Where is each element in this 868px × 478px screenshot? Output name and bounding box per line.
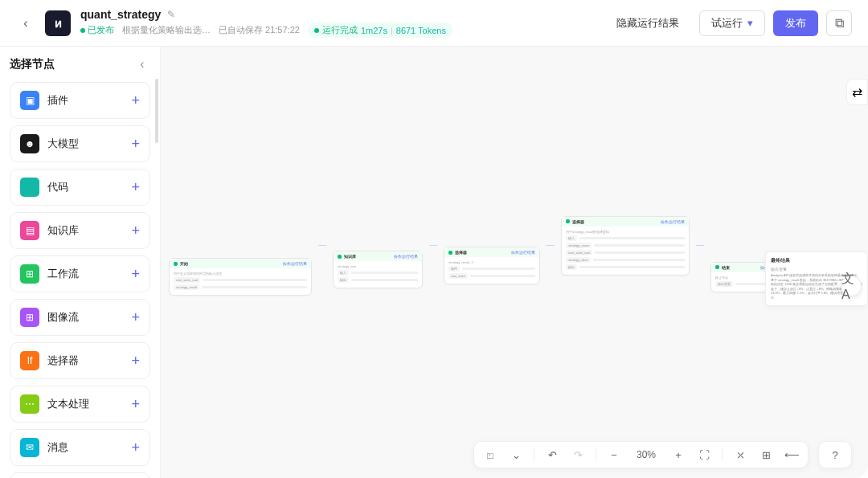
zoom-level: 30% xyxy=(632,449,661,460)
help-icon[interactable]: ? xyxy=(827,447,843,463)
header-actions: 隐藏运行结果 试运行▾ 发布 ⧉ xyxy=(604,10,852,36)
published-badge: 已发布 xyxy=(80,24,114,36)
node-item-6[interactable]: If选择器+ xyxy=(10,342,150,379)
publish-button[interactable]: 发布 xyxy=(773,10,818,36)
canvas-side-toggle-icon[interactable]: ⇄ xyxy=(846,79,868,105)
edit-icon[interactable]: ✎ xyxy=(167,9,175,20)
sidebar-collapse-icon[interactable]: ‹ xyxy=(134,56,150,72)
node-label: 选择器 xyxy=(47,353,123,368)
node-label: 工作流 xyxy=(47,267,123,281)
add-node-icon[interactable]: + xyxy=(131,223,140,239)
output-title: 最终结果 xyxy=(771,257,862,264)
add-node-icon[interactable]: + xyxy=(131,439,140,456)
title-block: quant_strategy ✎ 已发布 根据量化策略输出选… 已自动保存 21… xyxy=(80,8,595,38)
connector xyxy=(547,245,555,246)
workflow-description: 根据量化策略输出选… xyxy=(122,24,211,36)
node-item-8[interactable]: ✉消息+ xyxy=(10,429,150,466)
add-node-icon[interactable]: + xyxy=(131,266,140,283)
node-type-icon: ▤ xyxy=(20,221,39,240)
scrollbar[interactable] xyxy=(155,79,158,143)
attach-icon[interactable]: ⏍ xyxy=(482,447,498,463)
node-label: 代码 xyxy=(47,180,123,194)
fit-icon[interactable]: ⛶ xyxy=(696,447,712,463)
node-item-5[interactable]: ⊞图像流+ xyxy=(10,299,150,336)
node-type-icon: ⋯ xyxy=(20,394,39,414)
node-item-7[interactable]: ⋯文本处理+ xyxy=(10,386,150,423)
node-label: 图像流 xyxy=(47,310,123,325)
node-item-4[interactable]: ⊞工作流+ xyxy=(10,255,150,292)
add-node-icon[interactable]: + xyxy=(131,309,140,326)
connector xyxy=(696,245,704,246)
node-list: ▣插件+☻大模型+代码+▤知识库+⊞工作流+⊞图像流+If选择器+⋯文本处理+✉… xyxy=(10,82,150,478)
add-node-icon[interactable]: + xyxy=(131,396,140,413)
node-type-icon: If xyxy=(20,351,39,370)
add-node-icon[interactable]: + xyxy=(131,92,140,109)
flow-node-1[interactable]: 知识库操作运行结果strategy_test输入输出 xyxy=(333,251,423,288)
redo-icon[interactable]: ↷ xyxy=(570,447,586,463)
autosave-label: 已自动保存 21:57:22 xyxy=(219,24,300,36)
canvas[interactable]: ⇄ 开始操作运行结果用于定义流程调用所需的输入信息wait_sabe_waits… xyxy=(161,47,868,478)
sidebar: 选择节点 ‹ ▣插件+☻大模型+代码+▤知识库+⊞工作流+⊞图像流+If选择器+… xyxy=(0,47,161,478)
node-item-0[interactable]: ▣插件+ xyxy=(10,82,150,119)
connector xyxy=(318,245,326,246)
hide-results-button[interactable]: 隐藏运行结果 xyxy=(604,10,691,36)
run-status-badge[interactable]: 运行完成 1m27s | 8671 Tokens xyxy=(308,22,452,38)
attach-dropdown-icon[interactable]: ⌄ xyxy=(508,447,524,463)
flow-node-3[interactable]: 选择器操作运行结果用于strategy_result的选择逻辑输入strateg… xyxy=(561,216,690,276)
app-icon: ᴎ xyxy=(45,10,71,36)
node-item-3[interactable]: ▤知识库+ xyxy=(10,212,150,249)
add-node-icon[interactable]: + xyxy=(131,353,140,370)
connector xyxy=(429,245,437,246)
add-node-icon[interactable]: + xyxy=(131,179,140,196)
node-type-icon: ▣ xyxy=(20,91,39,110)
flow-node-2[interactable]: 选择器操作运行结果strategy_result_1条件wait_sabe xyxy=(444,247,540,284)
node-label: 文本处理 xyxy=(47,397,123,411)
flow-graph: 开始操作运行结果用于定义流程调用所需的输入信息wait_sabe_waitstr… xyxy=(169,195,789,296)
node-label: 大模型 xyxy=(47,137,123,151)
zoom-out-icon[interactable]: − xyxy=(606,447,622,463)
test-run-button[interactable]: 试运行▾ xyxy=(699,10,765,36)
node-type-icon: ☻ xyxy=(20,134,39,153)
translate-icon[interactable]: 文A xyxy=(841,276,862,296)
flow-node-0[interactable]: 开始操作运行结果用于定义流程调用所需的输入信息wait_sabe_waitstr… xyxy=(169,258,312,296)
node-label: 插件 xyxy=(47,93,123,108)
node-label: 消息 xyxy=(47,440,123,455)
node-item-9[interactable]: Var变量+ xyxy=(10,472,150,478)
add-node-icon[interactable]: + xyxy=(131,136,140,153)
undo-icon[interactable]: ↶ xyxy=(544,447,560,463)
panel-toggle-icon[interactable]: ⧉ xyxy=(826,10,852,36)
node-label: 知识库 xyxy=(47,223,123,238)
back-button[interactable]: ‹ xyxy=(16,14,35,33)
sidebar-title: 选择节点 xyxy=(10,57,55,71)
node-type-icon: ✉ xyxy=(20,438,39,457)
node-item-2[interactable]: 代码+ xyxy=(10,169,150,206)
header: ‹ ᴎ quant_strategy ✎ 已发布 根据量化策略输出选… 已自动保… xyxy=(0,0,868,47)
node-type-icon: ⊞ xyxy=(20,264,39,284)
node-type-icon: ⊞ xyxy=(20,308,39,327)
grid-icon[interactable]: ⊞ xyxy=(758,447,774,463)
workflow-title: quant_strategy xyxy=(80,8,161,21)
zoom-in-icon[interactable]: + xyxy=(670,447,686,463)
collapse-icon[interactable]: ⤫ xyxy=(732,447,748,463)
align-icon[interactable]: ⟵ xyxy=(784,447,800,463)
node-item-1[interactable]: ☻大模型+ xyxy=(10,125,150,162)
canvas-toolbar: ⏍ ⌄ ↶ ↷ − 30% + ⛶ ⤫ ⊞ ⟵ ? xyxy=(473,441,852,468)
node-type-icon xyxy=(20,178,39,197)
